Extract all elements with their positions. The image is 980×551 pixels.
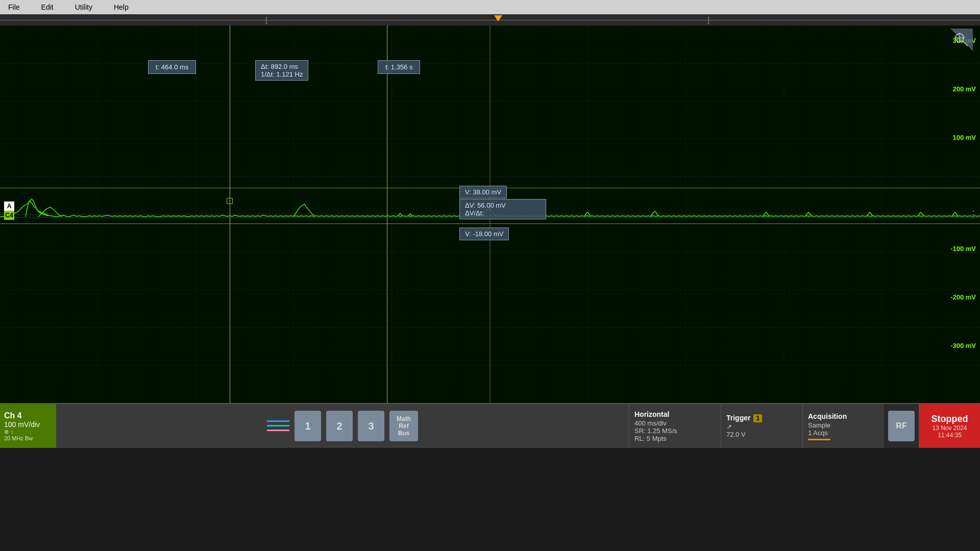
trigger-position-marker[interactable]	[494, 15, 502, 21]
ch3-color-line	[267, 430, 289, 431]
voltage-v1-box: V: 38.00 mV	[459, 186, 507, 198]
cursor-time-2-label: t: 1.356 s	[385, 63, 412, 71]
trigger-bar: [ ]	[0, 14, 980, 26]
ch4-name: Ch 4	[4, 411, 52, 420]
horizontal-time-div: 400 ms/div	[634, 419, 716, 427]
horizontal-panel[interactable]: Horizontal 400 ms/div SR: 1.25 MS/s RL: …	[629, 404, 721, 448]
channel-1-button[interactable]: 1	[295, 411, 321, 441]
acquisition-count: 1 Acqs	[808, 429, 879, 437]
acquisition-color-line	[808, 439, 879, 440]
menu-utility[interactable]: Utility	[72, 2, 95, 12]
ref-label: Ref	[399, 422, 408, 430]
channel-3-button[interactable]: 3	[358, 411, 384, 441]
stopped-panel[interactable]: Stopped 13 Nov 2024 11:44:35	[919, 404, 980, 448]
more-options-button[interactable]: ⋮	[969, 209, 978, 220]
ch4-bw: 20 MHz Bw	[4, 435, 52, 441]
ch4-icon-probe: ↕	[11, 429, 14, 435]
y-label-300mv-neg: -300 mV	[950, 342, 976, 349]
ch2-color-line	[267, 425, 289, 427]
math-label: Math	[397, 415, 411, 422]
channel-2-button[interactable]: 2	[326, 411, 353, 441]
ch1-color-line	[267, 420, 289, 422]
y-label-200mv-neg: -200 mV	[950, 293, 976, 301]
menu-file[interactable]: File	[5, 2, 23, 12]
cursor-time-1[interactable]: t: 464.0 ms	[148, 60, 196, 74]
delta-v-dt-label: ΔV/Δt:	[465, 209, 541, 217]
bus-label: Bus	[398, 430, 410, 437]
acquisition-mode: Sample	[808, 421, 879, 429]
horizontal-sample-rate: SR: 1.25 MS/s	[634, 427, 716, 435]
ch4-info-panel[interactable]: Ch 4 100 mV/div ⊕ ↕ 20 MHz Bw	[0, 404, 56, 448]
scope-screen: 300 mV 200 mV 100 mV -100 mV -200 mV -30…	[0, 26, 980, 403]
menu-edit[interactable]: Edit	[38, 2, 57, 12]
voltage-v2-box: V: -18.00 mV	[459, 228, 509, 240]
channel-marker-group: A C4	[4, 202, 14, 220]
acquisition-title: Acquisition	[808, 412, 879, 420]
ch4-icon-coupling: ⊕	[4, 429, 9, 435]
delta-freq-value: 1/Δt: 1.121 Hz	[261, 70, 303, 78]
trigger-slope: ↗	[726, 423, 797, 431]
cursor-time-2[interactable]: t: 1.356 s	[378, 60, 420, 74]
delta-v-label: ΔV: 56.00 mV	[465, 202, 541, 209]
trigger-title-row: Trigger 1	[726, 414, 797, 423]
trigger-level: 72.0 V	[726, 431, 797, 438]
cursor-delta-time: Δt: 892.0 ms 1/Δt: 1.121 Hz	[255, 60, 308, 81]
menu-bar: File Edit Utility Help	[0, 0, 980, 14]
trigger-number: 1	[753, 414, 762, 422]
stopped-date: 13 Nov 2024	[932, 424, 967, 432]
channel-marker-c4: C4	[4, 211, 14, 220]
menu-help[interactable]: Help	[111, 2, 132, 12]
trigger-title: Trigger	[726, 414, 750, 422]
channel-lines	[267, 420, 289, 432]
stopped-time: 11:44:35	[938, 432, 962, 439]
voltage-delta-box: ΔV: 56.00 mV ΔV/Δt:	[459, 199, 546, 219]
trigger-panel[interactable]: Trigger 1 ↗ 72.0 V	[721, 404, 802, 448]
rf-button[interactable]: RF	[888, 411, 915, 441]
y-label-200mv-pos: 200 mV	[952, 85, 976, 93]
stopped-label: Stopped	[932, 414, 968, 424]
horizontal-title: Horizontal	[634, 410, 716, 418]
cursor-time-1-label: t: 464.0 ms	[156, 63, 188, 71]
ch4-icons: ⊕ ↕	[4, 429, 52, 435]
zoom-icon[interactable]	[950, 29, 973, 51]
svg-marker-8	[950, 29, 973, 51]
horizontal-record-length: RL: 5 Mpts	[634, 435, 716, 442]
y-label-100mv-pos: 100 mV	[952, 134, 976, 141]
y-label-100mv-neg: -100 mV	[950, 245, 976, 253]
bottom-bar: Ch 4 100 mV/div ⊕ ↕ 20 MHz Bw 1 2 3 Math…	[0, 403, 980, 448]
ch4-scale: 100 mV/div	[4, 420, 52, 429]
delta-time-value: Δt: 892.0 ms	[261, 63, 303, 70]
math-ref-bus-button[interactable]: Math Ref Bus	[389, 411, 418, 441]
v1-label: V: 38.00 mV	[465, 188, 501, 196]
acquisition-panel[interactable]: Acquisition Sample 1 Acqs	[802, 404, 884, 448]
v2-label: V: -18.00 mV	[465, 230, 503, 238]
channel-buttons-area: 1 2 3 Math Ref Bus	[56, 404, 629, 448]
channel-marker-a: A	[4, 202, 14, 211]
